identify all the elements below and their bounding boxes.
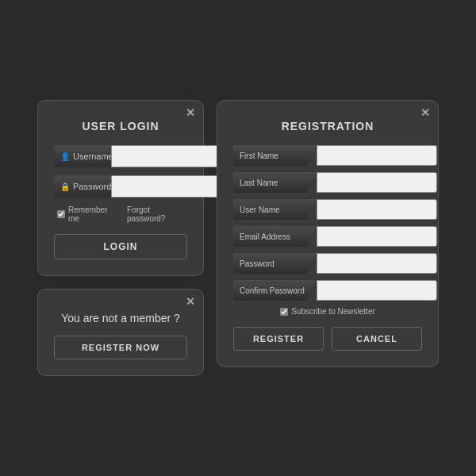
password-label: 🔒 Password xyxy=(54,175,111,198)
user-name-row: User Name xyxy=(233,199,422,220)
username-label: 👤 Username xyxy=(54,145,111,167)
registration-buttons: REGISTER CANCEL xyxy=(233,327,422,351)
confirm-password-row: Confirm Password xyxy=(233,280,422,301)
username-input[interactable] xyxy=(111,145,232,167)
password-field-row: 🔒 Password xyxy=(54,175,187,198)
register-now-button[interactable]: REGISTER NOW xyxy=(54,336,187,359)
subscribe-checkbox[interactable] xyxy=(280,308,288,316)
username-field-row: 👤 Username xyxy=(54,145,187,167)
user-icon: 👤 xyxy=(60,152,70,161)
not-member-text: You are not a member ? xyxy=(54,312,187,324)
register-button[interactable]: REGISTER xyxy=(233,327,324,351)
login-panel: ✕ USER LOGIN 👤 Username 🔒 Password xyxy=(37,100,204,276)
first-name-label: First Name xyxy=(233,145,317,166)
login-close-button[interactable]: ✕ xyxy=(186,107,195,118)
last-name-input[interactable] xyxy=(317,172,437,193)
registration-panel: ✕ REGISTRATION First Name Last Name User… xyxy=(217,100,439,367)
registration-close-button[interactable]: ✕ xyxy=(420,107,430,118)
login-options: Remember me Forgot password? xyxy=(54,205,187,223)
remember-me-label[interactable]: Remember me xyxy=(57,205,117,223)
first-name-input[interactable] xyxy=(317,145,437,166)
not-member-panel: ✕ You are not a member ? REGISTER NOW xyxy=(37,289,204,376)
confirm-password-input[interactable] xyxy=(317,280,437,301)
password-input[interactable] xyxy=(111,175,232,198)
not-member-close-button[interactable]: ✕ xyxy=(186,296,195,307)
reg-password-row: Password xyxy=(233,253,422,274)
last-name-label: Last Name xyxy=(233,172,317,193)
email-address-row: Email Address xyxy=(233,226,422,247)
confirm-password-label: Confirm Password xyxy=(233,280,317,301)
registration-title: REGISTRATION xyxy=(233,120,422,132)
first-name-row: First Name xyxy=(233,145,422,166)
lock-icon: 🔒 xyxy=(60,182,70,191)
subscribe-label[interactable]: Subscribe to Newsletter xyxy=(280,307,375,316)
reg-password-input[interactable] xyxy=(317,253,437,274)
email-address-label: Email Address xyxy=(233,226,317,247)
user-name-input[interactable] xyxy=(317,199,437,220)
forgot-password-link[interactable]: Forgot password? xyxy=(127,205,187,223)
last-name-row: Last Name xyxy=(233,172,422,193)
login-title: USER LOGIN xyxy=(54,120,187,132)
remember-me-checkbox[interactable] xyxy=(57,210,65,218)
cancel-button[interactable]: CANCEL xyxy=(332,327,422,351)
subscribe-row: Subscribe to Newsletter xyxy=(233,307,422,316)
email-address-input[interactable] xyxy=(317,226,437,247)
user-name-label: User Name xyxy=(233,199,317,220)
login-button[interactable]: LOGIN xyxy=(54,234,187,259)
reg-password-label: Password xyxy=(233,253,317,274)
